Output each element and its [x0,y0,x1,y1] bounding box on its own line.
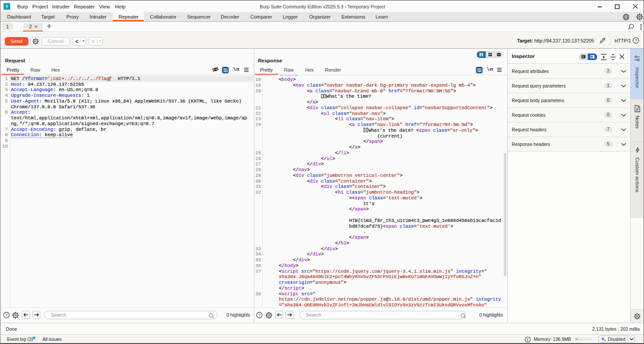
svg-text:?: ? [258,313,261,317]
svg-text:?: ? [635,38,637,42]
svg-text:?: ? [5,313,8,317]
